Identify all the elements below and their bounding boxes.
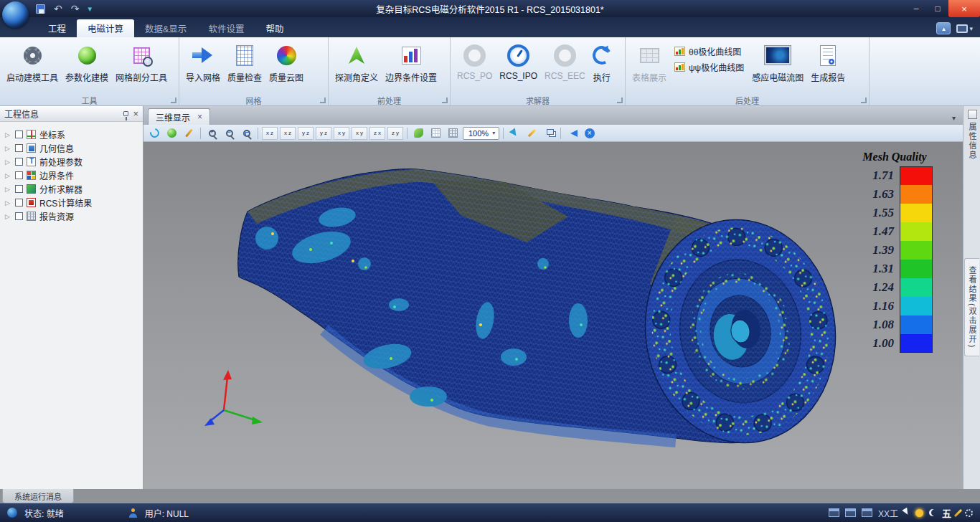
view-preset-button-6[interactable]: x y bbox=[352, 127, 367, 140]
dialog-launcher-icon[interactable] bbox=[171, 98, 176, 103]
import-mesh-button[interactable]: 导入网格 bbox=[182, 39, 224, 84]
checkbox[interactable] bbox=[15, 144, 23, 152]
view-results-tab[interactable]: 查看结果(双击展开) bbox=[964, 258, 979, 356]
maximize-button[interactable]: □ bbox=[927, 0, 948, 17]
expand-arrow-icon[interactable]: ▷ bbox=[5, 199, 11, 207]
close-button[interactable]: × bbox=[948, 0, 980, 17]
table-display-button[interactable]: 表格展示 bbox=[628, 39, 670, 84]
panel-close-icon[interactable]: × bbox=[133, 109, 138, 118]
theta-polar-curve-button[interactable]: θθ极化曲线图 bbox=[674, 45, 744, 57]
app-logo-icon[interactable] bbox=[2, 1, 29, 28]
sun-icon[interactable] bbox=[915, 509, 923, 517]
grid-toggle-button[interactable] bbox=[446, 126, 461, 141]
expand-arrow-icon[interactable]: ▷ bbox=[5, 186, 11, 193]
expand-arrow-icon[interactable]: ▷ bbox=[5, 145, 11, 152]
pointer-icon[interactable] bbox=[902, 507, 911, 518]
menu-tab-em-compute[interactable]: 电磁计算 bbox=[77, 19, 134, 37]
copy-view-button[interactable] bbox=[542, 126, 557, 141]
probe-angle-button[interactable]: 探测角定义 bbox=[331, 39, 382, 84]
dialog-launcher-icon[interactable] bbox=[617, 98, 623, 103]
psi-polar-curve-button[interactable]: ψψ极化曲线图 bbox=[674, 61, 744, 73]
menu-tab-help[interactable]: 帮助 bbox=[255, 19, 294, 37]
tab-list-dropdown-icon[interactable]: ▾ bbox=[949, 114, 958, 125]
parametric-modeling-button[interactable]: 参数化建模 bbox=[62, 39, 112, 84]
tab-3d-display[interactable]: 三维显示 × bbox=[148, 108, 210, 125]
moon-icon[interactable] bbox=[929, 509, 936, 516]
model-3d[interactable] bbox=[204, 169, 849, 455]
expand-arrow-icon[interactable]: ▷ bbox=[5, 158, 11, 166]
generate-report-button[interactable]: 生成报告 bbox=[807, 39, 849, 84]
rcs-po-button[interactable]: RCS_PO bbox=[453, 39, 496, 82]
save-button[interactable] bbox=[36, 4, 45, 14]
view-preset-button-2[interactable]: x z bbox=[280, 127, 296, 140]
tree-item-boundary-condition[interactable]: ▷ 边界条件 bbox=[0, 169, 143, 182]
tree-item-coordinate-system[interactable]: ▷ 坐标系 bbox=[0, 128, 143, 141]
boundary-condition-button[interactable]: 边界条件设置 bbox=[382, 39, 440, 84]
checkbox[interactable] bbox=[15, 212, 23, 220]
expand-arrow-icon[interactable]: ▷ bbox=[5, 131, 11, 138]
rcs-eec-button[interactable]: RCS_EEC bbox=[541, 39, 589, 82]
induced-current-map-button[interactable]: 感应电磁流图 bbox=[748, 39, 807, 84]
viewport-3d[interactable]: Mesh Quality 1.71 1.63 1.55 1.47 1.39 bbox=[143, 142, 963, 489]
quality-contour-button[interactable]: 质量云图 bbox=[265, 39, 307, 84]
checkbox[interactable] bbox=[15, 185, 23, 193]
system-messages-tab[interactable]: 系统运行消息 bbox=[2, 489, 74, 503]
wireframe-view-button[interactable] bbox=[428, 126, 443, 141]
menu-tab-data-display[interactable]: 数据&显示 bbox=[134, 19, 197, 37]
tab-close-icon[interactable]: × bbox=[197, 113, 202, 121]
start-modeling-tool-button[interactable]: 启动建模工具 bbox=[3, 39, 62, 84]
dialog-launcher-icon[interactable] bbox=[442, 98, 448, 103]
menu-tab-project[interactable]: 工程 bbox=[37, 19, 77, 37]
checkbox[interactable] bbox=[15, 171, 23, 179]
zoom-in-button[interactable] bbox=[204, 126, 220, 141]
tree-item-preprocess-params[interactable]: ▷ 前处理参数 bbox=[0, 155, 143, 169]
view-preset-button-5[interactable]: x y bbox=[334, 127, 349, 140]
view-preset-button-3[interactable]: y z bbox=[298, 127, 314, 140]
gear-icon[interactable] bbox=[965, 509, 973, 517]
brush-icon[interactable] bbox=[954, 508, 962, 516]
window-thumb-icon[interactable] bbox=[845, 508, 856, 517]
redo-icon[interactable]: ↷ bbox=[71, 4, 80, 14]
zoom-level-select[interactable]: 100% ▾ bbox=[463, 127, 499, 140]
minimize-button[interactable]: – bbox=[905, 0, 927, 17]
window-thumb-icon[interactable] bbox=[862, 508, 872, 517]
window-thumb-icon[interactable] bbox=[829, 508, 839, 517]
dialog-launcher-icon[interactable] bbox=[861, 98, 867, 103]
orbit-button[interactable] bbox=[164, 126, 179, 141]
checkbox[interactable] bbox=[15, 158, 23, 166]
view-preset-button-1[interactable]: x z bbox=[262, 127, 278, 140]
checkbox[interactable] bbox=[15, 130, 23, 138]
execute-button[interactable]: 执行 bbox=[589, 39, 615, 84]
mesh-model-canvas[interactable] bbox=[143, 142, 963, 489]
mesh-partition-tool-button[interactable]: 网格剖分工具 bbox=[112, 39, 171, 84]
expand-arrow-icon[interactable]: ▷ bbox=[5, 213, 11, 220]
tree-item-rcs-results[interactable]: ▷ RCS计算结果 bbox=[0, 196, 143, 209]
menu-tab-settings[interactable]: 软件设置 bbox=[197, 19, 255, 37]
quality-check-button[interactable]: 质量检查 bbox=[224, 39, 265, 84]
qat-dropdown-icon[interactable]: ▾ bbox=[88, 4, 92, 14]
view-preset-button-7[interactable]: z x bbox=[369, 127, 385, 140]
shaded-view-button[interactable] bbox=[411, 126, 426, 141]
zoom-out-button[interactable] bbox=[222, 126, 237, 141]
ime-mode-indicator[interactable]: 五 bbox=[942, 506, 951, 520]
rotate-view-button[interactable] bbox=[147, 126, 162, 141]
undo-icon[interactable]: ↶ bbox=[54, 4, 62, 14]
annotate-button[interactable] bbox=[524, 126, 540, 141]
zoom-window-button[interactable] bbox=[239, 126, 254, 141]
select-button[interactable] bbox=[507, 126, 522, 141]
view-preset-button-4[interactable]: y z bbox=[316, 127, 331, 140]
export-view-button[interactable] bbox=[565, 126, 580, 141]
expand-arrow-icon[interactable]: ▷ bbox=[5, 172, 11, 179]
clear-view-button[interactable]: × bbox=[582, 126, 597, 141]
tree-item-geometry-info[interactable]: ▷ 几何信息 bbox=[0, 141, 143, 155]
tree-item-report-resources[interactable]: ▷ 报告资源 bbox=[0, 209, 143, 223]
draw-button[interactable] bbox=[182, 126, 197, 141]
collapse-ribbon-icon[interactable]: ▴ bbox=[936, 22, 951, 34]
rcs-ipo-button[interactable]: RCS_IPO bbox=[496, 39, 541, 82]
checkbox[interactable] bbox=[15, 199, 23, 207]
view-preset-button-8[interactable]: z y bbox=[387, 127, 403, 140]
properties-panel-tab[interactable]: 属性信息 bbox=[965, 110, 979, 160]
pin-icon[interactable] bbox=[123, 111, 128, 116]
tree-item-analysis-solver[interactable]: ▷ 分析求解器 bbox=[0, 182, 143, 196]
display-style-button[interactable]: ▾ bbox=[956, 24, 973, 33]
